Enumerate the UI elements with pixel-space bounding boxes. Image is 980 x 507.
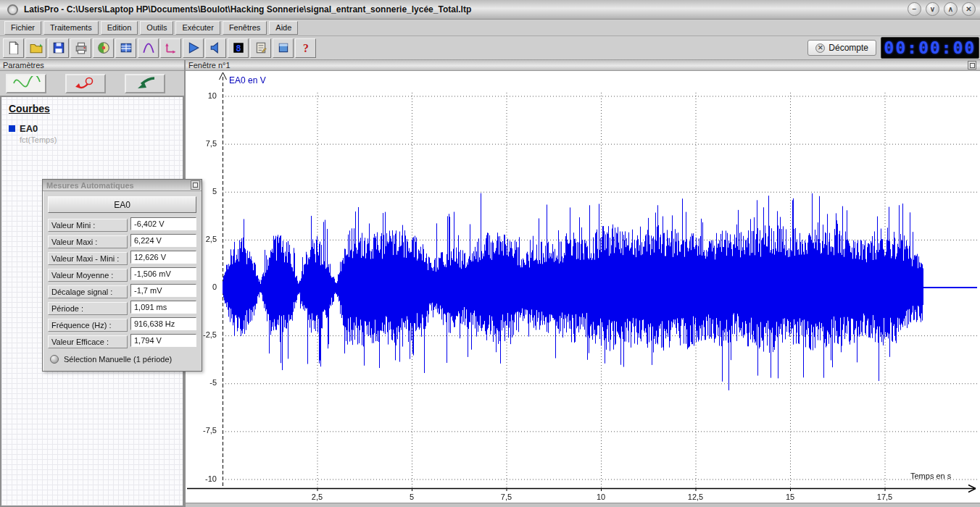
dialog-close-button[interactable] xyxy=(191,180,200,190)
toolbar-button-new-file[interactable] xyxy=(3,38,24,58)
notes-icon xyxy=(254,41,267,54)
decompte-label: Décompte xyxy=(829,43,868,53)
measurement-label[interactable]: Valeur Efficace : xyxy=(48,335,128,348)
window-controls: −∨∧✕ xyxy=(908,2,976,16)
measurement-row: Valeur Mini :-6,402 V xyxy=(48,219,196,232)
toolbar-button-axes[interactable] xyxy=(160,38,181,58)
measurement-value: -1,7 mV xyxy=(130,284,196,297)
menu-edition[interactable]: Edition xyxy=(101,21,138,35)
panel-button-sine-curve[interactable] xyxy=(6,74,46,93)
axes-icon xyxy=(165,41,178,54)
toolbar-button-run[interactable] xyxy=(183,38,204,58)
timer-display: 00:00:00 xyxy=(881,37,979,59)
run-icon xyxy=(187,41,200,54)
measurement-label[interactable]: Valeur Maxi : xyxy=(48,235,128,248)
measurement-value: 12,626 V xyxy=(130,251,196,264)
window-title: LatisPro - C:\Users\Laptop HP\Documents\… xyxy=(24,4,471,14)
menu-traitements[interactable]: Traitements xyxy=(43,21,99,35)
circle-x-icon: ✕ xyxy=(815,43,825,53)
shade-button[interactable]: ∨ xyxy=(926,2,939,16)
measurement-row: Décalage signal :-1,7 mV xyxy=(48,285,196,298)
measurement-rows: Valeur Mini :-6,402 VValeur Maxi :6,224 … xyxy=(43,217,202,348)
panel-button-trigger[interactable] xyxy=(65,74,106,93)
svg-text:?: ? xyxy=(303,42,309,54)
help-icon: ? xyxy=(299,41,312,54)
toolbar-button-window[interactable] xyxy=(273,38,294,58)
measurement-value: 1,794 V xyxy=(130,334,196,347)
save-icon xyxy=(52,41,65,54)
toolbar-button-acquisition[interactable] xyxy=(93,38,114,58)
close-button[interactable]: ✕ xyxy=(962,2,976,16)
measurement-row: Valeur Moyenne :-1,506 mV xyxy=(48,269,196,282)
measurement-value: -1,506 mV xyxy=(130,267,196,280)
measurement-label[interactable]: Période : xyxy=(48,302,128,315)
measurement-label[interactable]: Valeur Moyenne : xyxy=(48,269,128,282)
chart-maximize-button[interactable] xyxy=(968,61,976,70)
curves-heading: Courbes xyxy=(9,103,183,114)
acquisition-icon xyxy=(97,41,110,54)
maximize-icon xyxy=(970,63,975,68)
menu-outils[interactable]: Outils xyxy=(140,21,173,35)
dialog-title-bar[interactable]: Mesures Automatiques xyxy=(43,180,202,191)
decompte-toggle[interactable]: ✕ Décompte xyxy=(807,40,876,56)
curve-item-ea0[interactable]: EA0 xyxy=(9,123,183,134)
title-bar[interactable]: LatisPro - C:\Users\Laptop HP\Documents\… xyxy=(0,0,980,20)
measurement-row: Fréquence (Hz) :916,638 Hz xyxy=(48,319,196,332)
toolbar-button-print[interactable] xyxy=(70,38,91,58)
trigger-icon xyxy=(70,76,101,91)
chart-window: Fenêtre n°1 EA0 en V Temps en s 107,552,… xyxy=(186,60,980,507)
toolbar-button-save[interactable] xyxy=(48,38,69,58)
close-box-icon xyxy=(193,183,198,188)
import-arrow-icon xyxy=(130,76,160,91)
toolbar-button-sound[interactable] xyxy=(205,38,226,58)
measurement-value: -6,402 V xyxy=(130,217,196,230)
measurement-label[interactable]: Fréquence (Hz) : xyxy=(48,319,128,332)
channel-select-button[interactable]: EA0 xyxy=(48,196,196,213)
measurement-row: Valeur Maxi - Mini :12,626 V xyxy=(48,252,196,265)
chart-window-header[interactable]: Fenêtre n°1 xyxy=(186,60,980,71)
new-file-icon xyxy=(7,41,20,54)
toolbar-button-notes[interactable] xyxy=(250,38,271,58)
curve-name: EA0 xyxy=(20,123,38,134)
menu-fenetres[interactable]: Fenêtres xyxy=(223,21,267,35)
menu-fichier[interactable]: Fichier xyxy=(4,21,41,35)
app-icon xyxy=(7,4,18,15)
print-icon xyxy=(75,41,88,54)
svg-text:8: 8 xyxy=(236,43,241,54)
parameters-header: Paramètres xyxy=(0,60,184,71)
mesures-automatiques-dialog: Mesures Automatiques EA0 Valeur Mini :-6… xyxy=(42,179,202,372)
plot-area: EA0 en V Temps en s 107,552,50-2,5-5-7,5… xyxy=(186,71,980,503)
latispro-window: LatisPro - C:\Users\Laptop HP\Documents\… xyxy=(0,0,980,507)
dialog-title: Mesures Automatiques xyxy=(46,181,191,190)
measurement-label[interactable]: Valeur Maxi - Mini : xyxy=(48,252,128,265)
parameters-toolbar xyxy=(0,71,184,97)
panel-button-import-arrow[interactable] xyxy=(125,74,165,93)
minimize-button[interactable]: − xyxy=(908,2,921,16)
measurement-row: Valeur Efficace :1,794 V xyxy=(48,335,196,348)
main-toolbar: 8? ✕ Décompte 00:00:00 xyxy=(0,36,980,60)
toolbar-button-open-file[interactable] xyxy=(25,38,46,58)
menu-aide[interactable]: Aide xyxy=(269,21,298,35)
toolbar-button-table[interactable] xyxy=(115,38,136,58)
measurement-value: 6,224 V xyxy=(130,234,196,247)
curve-icon xyxy=(142,41,155,54)
table-icon xyxy=(120,41,133,54)
sine-curve-icon xyxy=(11,76,41,91)
chart-window-title: Fenêtre n°1 xyxy=(188,61,231,70)
menu-bar: FichierTraitementsEditionOutilsExécuterF… xyxy=(0,20,980,36)
open-file-icon xyxy=(30,41,43,54)
menu-executer[interactable]: Exécuter xyxy=(175,21,220,35)
measurement-row: Période :1,091 ms xyxy=(48,302,196,315)
display-icon: 8 xyxy=(232,41,245,54)
measurement-label[interactable]: Décalage signal : xyxy=(48,285,128,298)
curve-color-swatch xyxy=(9,125,15,132)
measurement-label[interactable]: Valeur Mini : xyxy=(48,219,128,232)
unshade-button[interactable]: ∧ xyxy=(944,2,958,16)
toolbar-button-help[interactable]: ? xyxy=(295,38,316,58)
toolbar-button-curve[interactable] xyxy=(138,38,159,58)
toolbar-button-display[interactable]: 8 xyxy=(228,38,249,58)
manual-selection-label: Sélection Manuelle (1 période) xyxy=(64,355,172,364)
waveform-canvas[interactable] xyxy=(186,71,980,503)
chart-bottom-strip xyxy=(186,503,980,507)
manual-selection-option[interactable]: Sélection Manuelle (1 période) xyxy=(43,352,202,364)
